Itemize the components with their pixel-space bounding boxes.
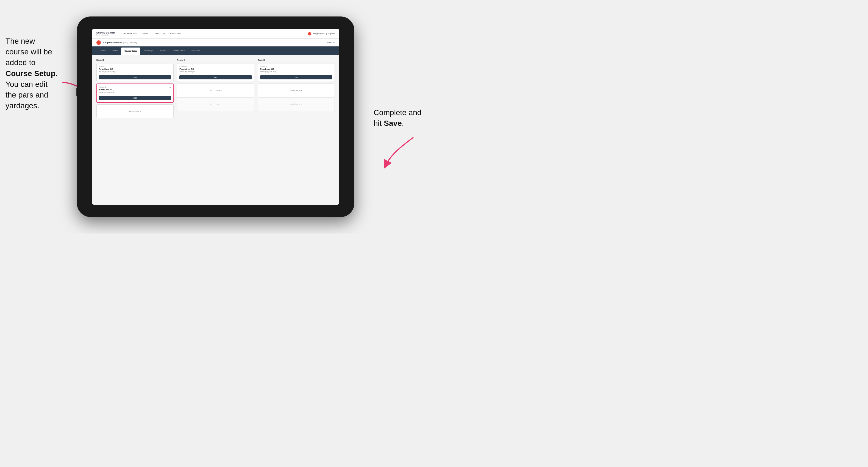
round-1-course-b-details: Black (M) (6891 yds)	[99, 91, 171, 93]
nav-committee[interactable]: COMMITTEE	[153, 33, 166, 35]
main-content: Round 1 ⋯ (Course A) Peachtree GC Yellow…	[92, 55, 339, 205]
round-2-course-a-tag: (Course A)	[179, 66, 252, 67]
nav-right: blair@clippd.io | Sign out	[308, 32, 335, 35]
nav-rankings[interactable]: RANKINGS	[170, 33, 181, 35]
round-1-course-b-tag: (Course B)	[99, 86, 171, 88]
tournament-logo: C	[96, 40, 101, 45]
round-1-course-a-details: Yellow (M) (6629 yds)	[99, 71, 171, 72]
round-1-course-a-name: Peachtree GC	[99, 68, 171, 70]
round-2-course-a-details: Yellow (M) (6629 yds)	[179, 71, 252, 72]
round-3-course-a-name: Peachtree GC	[260, 68, 332, 70]
tournament-status: Hosting	[130, 41, 137, 43]
round-3-course-a-edit-button[interactable]: Edit	[260, 75, 332, 80]
tablet-device: SCOREBOARD Powered by clippd TOURNAMENTS…	[77, 17, 354, 217]
round-2-course-a-name: Peachtree GC	[179, 68, 252, 70]
tab-printables[interactable]: Printables	[188, 46, 203, 55]
annotation-line7: yardages.	[5, 101, 39, 110]
tournament-bar: C Clippd Invitational (Men) Hosting Canc…	[92, 39, 339, 46]
annotation-line1: The new	[5, 37, 35, 45]
round-1-course-a-edit-button[interactable]: Edit	[99, 75, 171, 80]
tablet-screen: SCOREBOARD Powered by clippd TOURNAMENTS…	[92, 29, 339, 205]
tab-course-setup[interactable]: Course Setup	[121, 48, 141, 55]
rounds-grid: Round 1 ⋯ (Course A) Peachtree GC Yellow…	[96, 59, 335, 118]
tablet-side-button	[76, 88, 77, 96]
scoreboard-logo: SCOREBOARD Powered by clippd	[96, 32, 115, 36]
nav-tournaments[interactable]: TOURNAMENTS	[121, 33, 137, 35]
round-1-course-a-card: ⋯ (Course A) Peachtree GC Yellow (M) (66…	[96, 63, 174, 82]
tab-leaderboards[interactable]: Leaderboards	[170, 46, 188, 55]
annotation-line5: You can edit	[5, 80, 48, 89]
round-2-label: Round 2	[177, 59, 254, 61]
tournament-name: Clippd Invitational	[103, 41, 122, 44]
round-3-add-course-button[interactable]: Add Course +	[258, 84, 335, 97]
tab-tee-groups[interactable]: Tee Groups	[141, 46, 157, 55]
round-3-course-a-tag: (Course A)	[260, 66, 332, 67]
tabs-bar: Details Teams Course Setup Tee Groups Re…	[92, 46, 339, 55]
round-1-label: Round 1	[96, 59, 174, 61]
annotation-line3: added to	[5, 58, 35, 67]
tournament-gender: (Men)	[123, 41, 128, 43]
round-1-course-b-menu[interactable]: ⋯	[168, 86, 172, 89]
logo-title: SCOREBOARD	[96, 32, 115, 34]
nav-teams[interactable]: TEAMS	[141, 33, 149, 35]
arrow-right-icon	[380, 134, 416, 167]
annotation-left: The new course will be added to Course S…	[5, 36, 66, 111]
round-3-course-a-details: Yellow (M) (6629 yds)	[260, 71, 332, 72]
tab-teams[interactable]: Teams	[109, 46, 121, 55]
logo-subtitle: Powered by clippd	[96, 34, 115, 36]
round-1-course-b-card: ⋯ (Course B) East Lake GC Black (M) (689…	[96, 84, 174, 103]
annotation-line2: course will be	[5, 48, 52, 56]
annotation-bold: Course Setup	[5, 69, 56, 78]
round-1-course-a-menu[interactable]: ⋯	[168, 65, 172, 68]
round-2-add-course-button[interactable]: Add Course +	[177, 84, 254, 97]
user-email: blair@clippd.io	[313, 33, 325, 35]
round-2-course-a-card: ⋯ (Course A) Peachtree GC Yellow (M) (66…	[177, 63, 254, 82]
annotation-right: Complete and hit Save.	[374, 107, 429, 129]
user-avatar	[308, 32, 311, 35]
annotation-line6: the pars and	[5, 91, 48, 99]
round-2-course-a-edit-button[interactable]: Edit	[179, 75, 252, 80]
round-1-course-b-edit-button[interactable]: Edit	[99, 96, 171, 100]
round-3-label: Round 3	[258, 59, 335, 61]
tab-details[interactable]: Details	[96, 46, 109, 55]
round-2-course-a-menu[interactable]: ⋯	[249, 65, 252, 68]
round-1-course-b-name: East Lake GC	[99, 89, 171, 91]
round-3-course-a-menu[interactable]: ⋯	[330, 65, 333, 68]
round-2-add-course-disabled: Add Course +	[177, 97, 254, 111]
tab-results[interactable]: Results	[157, 46, 170, 55]
round-3-add-course-disabled: Add Course +	[258, 97, 335, 111]
round-3-column: Round 3 ⋯ (Course A) Peachtree GC Yellow…	[258, 59, 335, 118]
cancel-label: Cancel	[326, 41, 332, 43]
sign-out-link[interactable]: Sign out	[328, 33, 335, 35]
round-2-column: Round 2 ⋯ (Course A) Peachtree GC Yellow…	[177, 59, 254, 118]
round-1-course-a-tag: (Course A)	[99, 66, 171, 67]
top-nav: SCOREBOARD Powered by clippd TOURNAMENTS…	[92, 29, 339, 39]
cancel-button[interactable]: Cancel ✕	[326, 41, 335, 44]
round-1-add-course-button[interactable]: Add Course +	[96, 104, 174, 118]
annotation-save-bold: Save	[384, 119, 402, 127]
round-3-course-a-card: ⋯ (Course A) Peachtree GC Yellow (M) (66…	[258, 63, 335, 82]
round-1-column: Round 1 ⋯ (Course A) Peachtree GC Yellow…	[96, 59, 174, 118]
annotation-right-line1: Complete and	[374, 108, 422, 117]
nav-links: TOURNAMENTS TEAMS COMMITTEE RANKINGS	[121, 33, 308, 35]
